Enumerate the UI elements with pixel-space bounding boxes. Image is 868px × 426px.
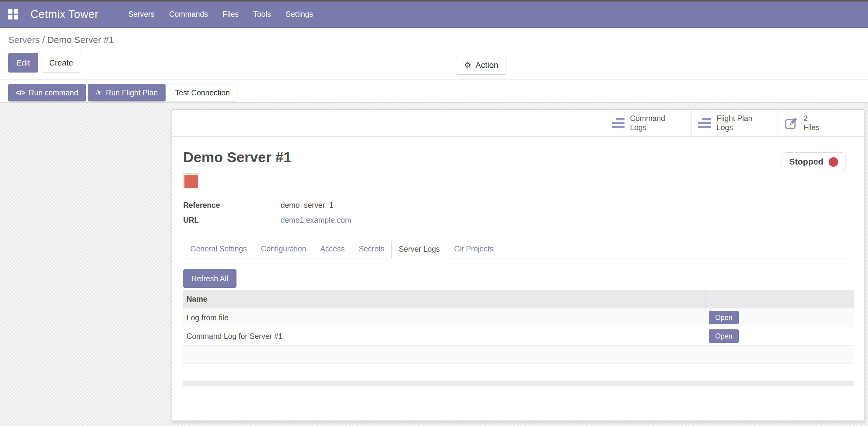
server-logs-table: Name Log from file Open Command Log for … (183, 290, 854, 364)
open-log-button[interactable]: Open (709, 330, 739, 343)
log-name-cell[interactable]: Log from file (183, 308, 706, 327)
table-footer-bar (183, 380, 854, 387)
stat-label: Flight Plan Logs (716, 114, 752, 132)
run-command-label: Run command (29, 88, 78, 97)
apps-grid-icon[interactable] (8, 9, 18, 20)
menu-item-files[interactable]: Files (222, 8, 239, 21)
menu-item-settings[interactable]: Settings (285, 8, 314, 21)
files-count: 2 (804, 114, 808, 122)
app-brand[interactable]: Cetmix Tower (30, 8, 98, 21)
breadcrumb-servers-link[interactable]: Servers (8, 35, 39, 45)
url-field-value[interactable]: demo1.example.com (274, 213, 457, 228)
stat-button-files[interactable]: 2 Files (778, 110, 864, 136)
tab-configuration[interactable]: Configuration (254, 240, 313, 258)
stat-button-flight-plan-logs[interactable]: Flight Plan Logs (691, 110, 778, 136)
stat-button-command-logs[interactable]: Command Logs (605, 110, 691, 136)
refresh-all-button[interactable]: Refresh All (183, 269, 237, 288)
action-button[interactable]: ⚙ Action (456, 56, 506, 75)
open-log-button[interactable]: Open (709, 311, 739, 324)
stat-label: 2 Files (804, 114, 819, 132)
table-header-row: Name (183, 290, 854, 308)
breadcrumb-separator: / (42, 35, 45, 45)
server-form-sheet: Command Logs Flight Plan Logs (172, 109, 864, 421)
list-icon (612, 118, 624, 128)
server-title: Demo Server #1 (183, 149, 853, 166)
notebook-tabs: General Settings Configuration Access Se… (183, 240, 853, 258)
stat-button-bar: Command Logs Flight Plan Logs (172, 110, 864, 137)
menu-item-commands[interactable]: Commands (168, 8, 209, 21)
tab-git-projects[interactable]: Git Projects (447, 240, 500, 258)
gear-icon: ⚙ (464, 61, 471, 69)
menu-item-servers[interactable]: Servers (127, 8, 155, 21)
control-panel: Servers / Demo Server #1 Edit Create ⚙ A… (0, 28, 868, 103)
run-flight-plan-button[interactable]: ✈ Run Flight Plan (88, 84, 165, 102)
field-group: Reference demo_server_1 URL demo1.exampl… (183, 198, 457, 228)
create-button[interactable]: Create (41, 53, 81, 73)
edit-button[interactable]: Edit (8, 53, 38, 73)
run-flight-plan-label: Run Flight Plan (106, 88, 158, 97)
edit-create-row: Edit Create (8, 53, 81, 73)
breadcrumb: Servers / Demo Server #1 (8, 35, 114, 45)
table-row[interactable]: Log from file Open (183, 308, 854, 327)
menu-item-tools[interactable]: Tools (253, 8, 272, 21)
action-button-label: Action (475, 61, 498, 70)
list-icon (698, 118, 711, 128)
tab-secrets[interactable]: Secrets (352, 240, 392, 258)
content-background: Command Logs Flight Plan Logs (0, 103, 868, 426)
actions-column-header (706, 290, 854, 308)
table-row[interactable]: Command Log for Server #1 Open (183, 327, 854, 345)
sheet-body: Demo Server #1 Reference demo_server_1 U… (172, 149, 864, 387)
tab-server-logs[interactable]: Server Logs (392, 240, 447, 258)
code-icon: </> (16, 89, 25, 97)
reference-field-value: demo_server_1 (274, 198, 457, 213)
main-menu: Servers Commands Files Tools Settings (127, 8, 313, 21)
plane-icon: ✈ (94, 87, 103, 98)
tab-general-settings[interactable]: General Settings (183, 240, 254, 258)
reference-field-label: Reference (183, 198, 274, 213)
control-panel-divider (0, 79, 868, 80)
log-name-cell[interactable]: Command Log for Server #1 (183, 327, 706, 345)
tab-access[interactable]: Access (313, 240, 352, 258)
breadcrumb-current: Demo Server #1 (47, 35, 114, 45)
table-empty-row (183, 345, 854, 364)
server-actions-row: </> Run command ✈ Run Flight Plan Test C… (8, 84, 238, 102)
name-column-header[interactable]: Name (183, 290, 706, 308)
top-navbar: Cetmix Tower Servers Commands Files Tool… (0, 0, 868, 28)
url-field-label: URL (183, 213, 274, 228)
stat-label: Command Logs (630, 114, 665, 132)
edit-square-icon (785, 116, 798, 130)
run-command-button[interactable]: </> Run command (8, 84, 86, 102)
server-color-swatch[interactable] (183, 173, 199, 189)
test-connection-button[interactable]: Test Connection (168, 84, 238, 102)
